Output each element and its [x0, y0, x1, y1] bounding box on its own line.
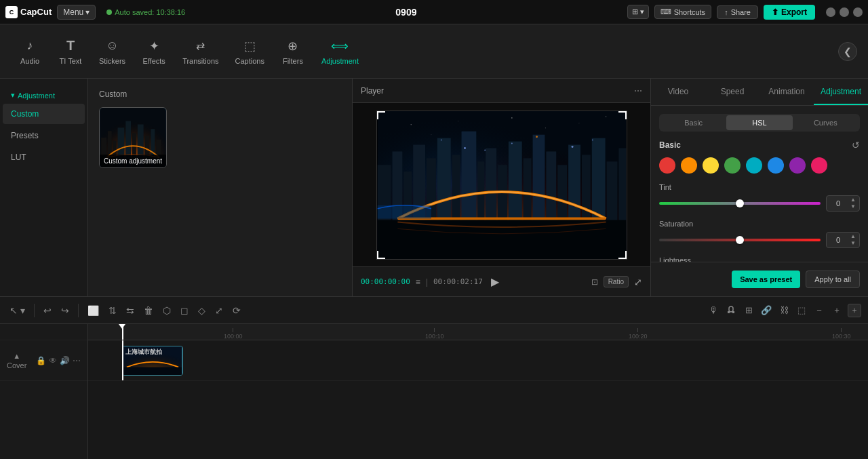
custom-adjustment-card[interactable]: Custom adjustment	[99, 107, 167, 168]
saturation-down[interactable]: ▼	[848, 240, 858, 247]
color-circle-cyan[interactable]	[746, 157, 762, 174]
svg-point-17	[458, 121, 458, 121]
close-button[interactable]: ×	[853, 7, 863, 17]
saturation-thumb[interactable]	[736, 236, 744, 244]
hsl-tab-hsl[interactable]: HSL	[726, 115, 792, 130]
minimize-button[interactable]: −	[826, 7, 835, 17]
toolbar-item-filters[interactable]: ⊕ Filters	[274, 34, 312, 69]
filters-icon: ⊕	[285, 38, 301, 54]
tint-down[interactable]: ▼	[848, 203, 858, 210]
menu-button[interactable]: Menu ▾	[57, 5, 96, 20]
sidebar-chevron: ▾	[11, 91, 15, 100]
saturation-input[interactable]	[828, 236, 848, 244]
color-circle-purple[interactable]	[789, 157, 806, 174]
crop-button[interactable]: ⬡	[160, 302, 174, 319]
svg-point-47	[464, 147, 466, 149]
sidebar-header-label: Adjustment	[18, 92, 55, 100]
expand-icon[interactable]: ⊡	[591, 277, 598, 287]
flip-v-button[interactable]: ⇅	[106, 302, 119, 319]
sidebar-item-presets[interactable]: Presets	[3, 125, 85, 146]
track-more-icon[interactable]: ⋯	[73, 356, 81, 365]
link-button[interactable]: 🔗	[760, 304, 773, 317]
color-circle-green[interactable]	[724, 157, 741, 174]
split2-button[interactable]: ⊞	[742, 304, 755, 317]
audio-track-icon[interactable]: 🔊	[60, 356, 70, 365]
timeline-ruler: 100:00 100:10 100:20 100:30	[88, 324, 868, 340]
visibility-icon[interactable]: 👁	[49, 356, 57, 365]
tint-thumb[interactable]	[736, 199, 744, 207]
video-clip[interactable]: 上海城市航拍	[122, 346, 183, 376]
share-button[interactable]: ↑ Share	[717, 5, 758, 19]
color-circle-red[interactable]	[659, 157, 675, 174]
shortcuts-label: Shortcuts	[674, 8, 705, 16]
fullscreen-button[interactable]: ⤢	[634, 277, 642, 287]
color-circle-yellow[interactable]	[703, 157, 719, 174]
hsl-tab-basic[interactable]: Basic	[660, 115, 726, 130]
hsl-tab-curves[interactable]: Curves	[793, 115, 859, 130]
ratio-button[interactable]: Ratio	[604, 276, 629, 287]
lock-icon[interactable]: 🔒	[36, 356, 46, 365]
svg-rect-55	[728, 311, 730, 313]
player-menu-icon[interactable]: ⋯	[634, 86, 642, 96]
transform-button[interactable]: ⤢	[212, 302, 226, 319]
tab-adjustment[interactable]: Adjustment	[814, 79, 868, 105]
reset-button[interactable]: ↺	[852, 140, 860, 151]
color-circle-magenta[interactable]	[811, 157, 827, 174]
sidebar-item-lut[interactable]: LUT	[3, 147, 85, 167]
tab-video[interactable]: Video	[651, 79, 705, 105]
zoom-in-button[interactable]: +	[830, 304, 844, 317]
rotate-button[interactable]: ⟳	[230, 302, 243, 319]
mic-button[interactable]: 🎙	[707, 304, 720, 317]
redo-button[interactable]: ↪	[58, 302, 72, 319]
sidebar-item-custom[interactable]: Custom	[3, 104, 85, 124]
player-panel: Player ⋯	[353, 79, 651, 296]
flip-h-button[interactable]: ⇆	[123, 302, 137, 319]
tab-speed[interactable]: Speed	[705, 79, 760, 105]
aspect-button[interactable]: ◻	[178, 302, 191, 319]
saturation-stepper: ▲ ▼	[848, 233, 858, 247]
caption2-button[interactable]: ⬚	[795, 304, 808, 317]
list-view-icon[interactable]: ≡	[416, 277, 420, 287]
toolbar-item-adjustment[interactable]: ⟺ Adjustment	[315, 34, 366, 69]
cover-label[interactable]: ▲ Cover	[7, 352, 26, 370]
toolbar-item-audio[interactable]: ♪ Audio	[11, 34, 49, 69]
more-button[interactable]: ◇	[195, 302, 208, 319]
select-tool-button[interactable]: ↖ ▾	[7, 302, 28, 319]
saturation-track[interactable]	[659, 239, 821, 241]
play-button[interactable]: ▶	[488, 273, 502, 291]
saturation-up[interactable]: ▲	[848, 233, 858, 240]
toolbar-item-effects[interactable]: ✦ Effects	[135, 34, 173, 69]
magnet-button[interactable]	[724, 304, 738, 317]
playhead-track-line	[122, 340, 123, 380]
save-preset-button[interactable]: Save as preset	[732, 271, 800, 288]
toolbar-item-text[interactable]: T TI Text	[52, 34, 90, 69]
maximize-button[interactable]: □	[840, 7, 849, 17]
svg-point-50	[440, 139, 441, 140]
player-right-controls: ⊡ Ratio ⤢	[591, 276, 642, 287]
toolbar-item-transitions[interactable]: ⇄ Transitions	[176, 34, 225, 69]
saturation-value: ▲ ▼	[826, 232, 860, 248]
tint-track[interactable]	[659, 202, 821, 205]
shortcuts-button[interactable]: ⌨ Shortcuts	[654, 5, 711, 19]
apply-all-button[interactable]: Apply to all	[806, 271, 860, 288]
color-circle-blue[interactable]	[768, 157, 784, 174]
screen-layout-button[interactable]: ⊞ ▾	[627, 5, 649, 19]
toolbar-item-captions[interactable]: ⬚ Captions	[229, 34, 271, 69]
svg-point-21	[431, 134, 431, 135]
export-button[interactable]: ⬆ Export	[764, 5, 815, 20]
undo-button[interactable]: ↩	[41, 302, 54, 319]
player-viewport	[353, 103, 650, 266]
delete-button[interactable]: 🗑	[141, 302, 156, 319]
color-circle-orange[interactable]	[681, 157, 697, 174]
split-button[interactable]: ⬜	[85, 302, 102, 319]
zoom-out-button[interactable]: −	[812, 304, 826, 317]
tint-input[interactable]	[828, 199, 848, 207]
toolbar-item-stickers[interactable]: ☺ Stickers	[92, 34, 132, 69]
cover-icon: ▲	[13, 352, 20, 360]
tab-animation[interactable]: Animation	[760, 79, 814, 105]
add-track-button[interactable]: +	[848, 304, 861, 317]
collapse-button[interactable]: ❮	[838, 42, 857, 61]
chain-button[interactable]: ⛓	[777, 304, 791, 317]
tint-up[interactable]: ▲	[848, 197, 858, 203]
hsl-tabs: Basic HSL Curves	[659, 114, 860, 132]
